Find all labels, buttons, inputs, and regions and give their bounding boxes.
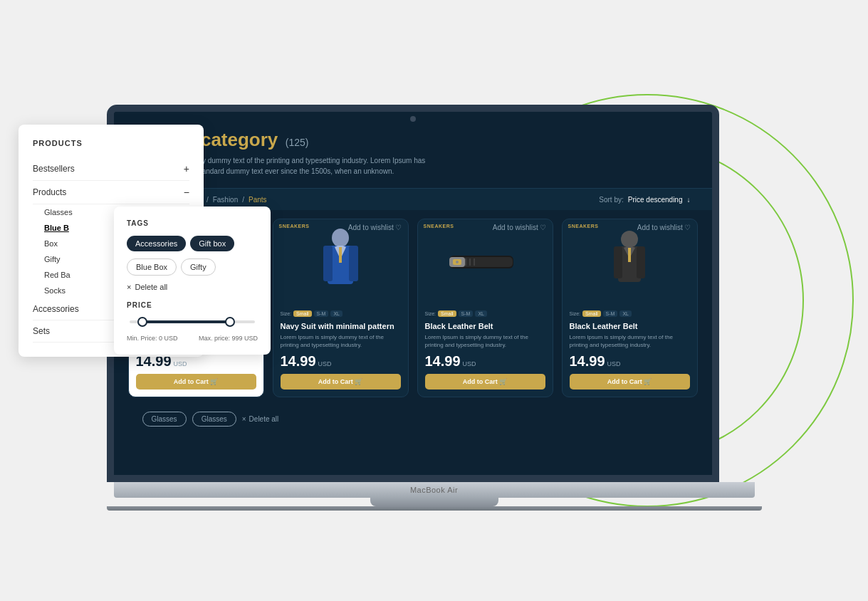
sort-arrow-icon: ↓ [687, 196, 691, 204]
expand-icon-bestsellers: + [184, 163, 189, 174]
sort-label: Sort by: [599, 196, 623, 204]
product-desc-4: Lorem Ipsum is simply dummy text of the … [570, 333, 690, 349]
tags-active-row: Accessories Gift box [127, 236, 258, 251]
size-sm-3[interactable]: S-M [459, 310, 474, 317]
product-image-belt-1 [446, 243, 524, 282]
add-cart-btn-1[interactable]: Add to Cart 🛒 [136, 374, 256, 390]
product-title-2: Navy Suit with minimal pattern [281, 321, 401, 331]
sidebar-section-title: PRODUCTS [33, 139, 189, 147]
delete-all-label: Delete all [135, 283, 167, 291]
product-image-suit-navy [318, 225, 364, 300]
sets-label: Sets [33, 326, 50, 336]
size-xl-3[interactable]: XL [475, 310, 487, 317]
bottom-chip-1[interactable]: Glasses [142, 412, 187, 427]
product-info-3: Size: Small S-M XL Black Leather Belt Lo… [418, 305, 553, 397]
product-card-3: SNEAKERS Add to wishlist ♡ [417, 219, 553, 397]
svg-rect-11 [349, 246, 358, 281]
svg-rect-10 [323, 246, 333, 281]
tag-accessories[interactable]: Accessories [127, 236, 186, 251]
product-image-4: SNEAKERS Add to wishlist ♡ [563, 219, 697, 305]
price-labels: Min. Price: 0 USD Max. price: 999 USD [127, 335, 258, 342]
breadcrumb-sep2: / [242, 196, 244, 204]
price-row-4: 14.99 USD [570, 353, 690, 370]
sidebar-item-products[interactable]: Products − [33, 181, 189, 204]
sidebar-item-bestsellers[interactable]: Bestsellers + [33, 157, 189, 181]
size-xl-4[interactable]: XL [619, 310, 632, 317]
size-small-4[interactable]: Small [582, 310, 601, 317]
breadcrumb-mid[interactable]: Fashion [213, 196, 239, 204]
product-image-2: SNEAKERS Add to wishlist ♡ [273, 219, 408, 305]
size-sm-4[interactable]: S-M [603, 310, 618, 317]
product-info-4: Size: Small S-M XL Black Leather Belt Lo… [563, 305, 697, 397]
sort-control[interactable]: Sort by: Price descending ↓ [599, 196, 690, 204]
svg-rect-24 [628, 248, 631, 262]
price-row-3: 14.99 USD [425, 353, 545, 370]
laptop-base: MacBook Air [114, 482, 755, 498]
svg-rect-12 [339, 247, 342, 263]
wishlist-btn-3[interactable]: Add to wishlist ♡ [493, 224, 547, 231]
currency-4: USD [607, 360, 621, 367]
tag-blue-box[interactable]: Blue Box [127, 258, 177, 276]
currency-2: USD [318, 360, 332, 367]
bottom-chip-2[interactable]: Glasses [192, 412, 236, 427]
price-slider[interactable] [130, 320, 255, 323]
add-cart-btn-3[interactable]: Add to Cart 🛒 [425, 374, 545, 390]
tag-gift-box[interactable]: Gift box [190, 236, 234, 251]
bottom-delete-all-label: Delete all [249, 415, 279, 423]
size-row-2: Size: Small S-M XL [281, 310, 401, 317]
size-row-4: Size: Small S-M XL [570, 310, 690, 317]
laptop-stand [370, 498, 498, 506]
collapse-icon-products: − [184, 187, 189, 198]
price-thumb-max[interactable] [225, 317, 235, 327]
tags-panel: TAGS Accessories Gift box Blue Box Gifty… [114, 207, 271, 355]
svg-rect-25 [614, 246, 622, 278]
wishlist-btn-4[interactable]: Add to wishlist ♡ [637, 224, 691, 231]
product-count: (125) [286, 137, 309, 148]
tag-gifty[interactable]: Gifty [181, 258, 216, 276]
product-title-4: Black Leather Belt [570, 321, 690, 331]
products-label: Products [33, 187, 66, 197]
close-icon-bottom: × [242, 415, 246, 423]
svg-point-6 [332, 229, 349, 247]
tags-delete-all[interactable]: × Delete all [127, 283, 258, 291]
product-category-4: SNEAKERS [568, 224, 599, 229]
laptop-foot [107, 506, 762, 511]
sort-value: Price descending [628, 196, 683, 204]
svg-point-17 [456, 261, 459, 263]
macbook-label: MacBook Air [410, 486, 458, 494]
accessories-label: Accessories [33, 304, 79, 314]
product-desc-3: Lorem Ipsum is simply dummy text of the … [425, 333, 545, 349]
price-section-title: PRICE [127, 301, 258, 309]
wishlist-btn-2[interactable]: Add to wishlist ♡ [348, 224, 402, 231]
product-image-suit-dark [608, 226, 651, 298]
product-desc-2: Lorem Ipsum is simply dummy text of the … [281, 333, 401, 349]
price-2: 14.99 [281, 353, 316, 370]
bottom-delete-all[interactable]: × Delete all [242, 415, 279, 423]
breadcrumb-current[interactable]: Pants [249, 196, 267, 204]
currency-1: USD [174, 360, 187, 367]
tags-section-title: TAGS [127, 219, 258, 227]
price-3: 14.99 [425, 353, 461, 370]
tags-inactive-row: Blue Box Gifty [127, 258, 258, 276]
add-cart-btn-4[interactable]: Add to Cart 🛒 [570, 374, 690, 390]
price-max-label: Max. price: 999 USD [199, 335, 258, 342]
page-title-row: Listing category (125) [135, 129, 691, 151]
bottom-filter-chips: Glasses Glasses × Delete all [142, 412, 279, 427]
product-title-3: Black Leather Belt [425, 321, 545, 331]
product-category-2: SNEAKERS [279, 224, 310, 229]
scene: Listing category (125) Lorem Ipsum is si… [0, 0, 868, 601]
add-cart-btn-2[interactable]: Add to Cart 🛒 [281, 374, 401, 390]
bestsellers-label: Bestsellers [33, 164, 75, 174]
product-info-2: Size: Small S-M XL Navy Suit with minima… [273, 305, 408, 397]
product-category-3: SNEAKERS [424, 224, 454, 229]
price-thumb-min[interactable] [137, 317, 147, 327]
product-card-2: SNEAKERS Add to wishlist ♡ [273, 219, 409, 397]
price-4: 14.99 [570, 353, 605, 370]
svg-rect-26 [637, 246, 645, 278]
product-card-4: SNEAKERS Add to wishlist ♡ [562, 219, 698, 397]
size-small-2[interactable]: Small [293, 310, 312, 317]
size-sm-2[interactable]: S-M [314, 310, 329, 317]
size-xl-2[interactable]: XL [330, 310, 343, 317]
size-small-3[interactable]: Small [438, 310, 456, 317]
breadcrumb-sep1: / [206, 196, 209, 204]
